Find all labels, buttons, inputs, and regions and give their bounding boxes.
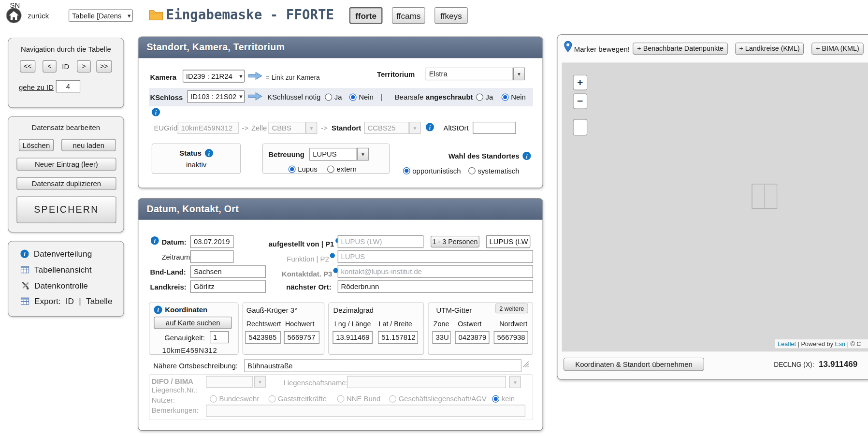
betreuung-input[interactable]: LUPUS bbox=[309, 148, 357, 160]
bearsafe-radio-nein[interactable]: Nein bbox=[502, 93, 526, 101]
kschluessel-radio-nein[interactable]: Nein bbox=[349, 93, 374, 101]
zelle-label: Zelle bbox=[251, 124, 267, 132]
info-icon[interactable] bbox=[151, 236, 159, 245]
ostwert-input[interactable]: 0423879 bbox=[455, 331, 490, 344]
nav-last-button[interactable]: >> bbox=[96, 60, 112, 73]
gauss-krueger-box: Gauß-Krüger 3° Rechtswert Hochwert 54239… bbox=[243, 302, 325, 355]
leaflet-link[interactable]: Leaflet bbox=[778, 340, 796, 347]
territorium-input[interactable]: Elstra bbox=[426, 68, 513, 80]
nav-next-button[interactable]: > bbox=[77, 60, 91, 73]
landkreise-kml-button[interactable]: + Landkreise (KML) bbox=[735, 43, 804, 55]
betreuung-radio-extern[interactable]: extern bbox=[327, 165, 357, 173]
map-canvas[interactable]: + − Leaflet | Powered by Esri | © C bbox=[562, 62, 868, 351]
app-tab-ffkeys[interactable]: ffkeys bbox=[434, 7, 468, 24]
info-icon[interactable] bbox=[522, 152, 531, 160]
table-select[interactable]: Tabelle [Datens bbox=[69, 9, 133, 21]
rechtswert-input[interactable]: 5423985 bbox=[245, 331, 280, 344]
esri-link[interactable]: Esri bbox=[835, 340, 845, 347]
benachbarte-datenpunkte-button[interactable]: + Benachbarte Datenpunkte bbox=[633, 43, 728, 55]
info-icon[interactable] bbox=[154, 305, 162, 314]
personen-button[interactable]: 1 - 3 Personen bbox=[431, 236, 479, 247]
ortsbeschreibung-input[interactable]: Bühnaustraße bbox=[244, 359, 521, 372]
info-icon[interactable] bbox=[152, 108, 160, 116]
nutzer-radio-geschaeftsliegenschaft: Geschäftsliegenschaft/AGV bbox=[389, 395, 487, 403]
home-button[interactable] bbox=[5, 7, 22, 24]
zeitraum-input[interactable] bbox=[190, 250, 233, 263]
betreuung-box: Betreuung LUPUS Lupus extern bbox=[262, 144, 390, 174]
lat-label: Lat / Breite bbox=[378, 320, 412, 328]
datum-panel-body: Datum: 03.07.2019 aufgestellt von | P1 L… bbox=[138, 220, 542, 432]
map-extra-control-button[interactable] bbox=[573, 119, 587, 135]
p1-select[interactable]: LUPUS (LW bbox=[486, 235, 531, 248]
info-icon[interactable] bbox=[426, 123, 434, 131]
grid-code-label: 10kmE459N312 bbox=[162, 346, 217, 354]
arrow-text: -> bbox=[242, 124, 249, 132]
bearsafe-radio-ja[interactable]: Ja bbox=[476, 93, 493, 101]
map-panel: Marker bewegen! + Benachbarte Datenpunkt… bbox=[557, 34, 868, 380]
resize-grip-icon[interactable] bbox=[522, 361, 529, 369]
lng-input[interactable]: 13.911469 bbox=[333, 331, 372, 344]
duplicate-button[interactable]: Datensatz duplizieren bbox=[16, 177, 116, 190]
zone-input[interactable]: 33U bbox=[433, 331, 451, 344]
status-box: Status inaktiv bbox=[152, 144, 241, 174]
kschloss-select[interactable]: ID103 : 21S02 bbox=[187, 90, 245, 103]
genauigkeit-input[interactable]: 1 bbox=[210, 331, 229, 343]
marker-hint-label: Marker bewegen! bbox=[574, 45, 630, 53]
zoom-out-button[interactable]: − bbox=[573, 94, 587, 109]
link-tabellenansicht[interactable]: Tabellenansicht bbox=[20, 265, 91, 274]
save-button[interactable]: SPEICHERN bbox=[16, 197, 116, 223]
export-id-link[interactable]: ID bbox=[66, 296, 74, 305]
radio-label: extern bbox=[336, 165, 356, 173]
landkreis-input[interactable]: Görlitz bbox=[190, 280, 266, 293]
reload-button[interactable]: neu laden bbox=[61, 139, 116, 151]
info-icon[interactable] bbox=[205, 149, 213, 157]
new-entry-button[interactable]: Neuer Eintrag (leer) bbox=[16, 158, 116, 170]
datum-label: Datum: bbox=[161, 238, 186, 247]
altstort-input[interactable] bbox=[473, 122, 516, 134]
export-label: Export: bbox=[34, 296, 60, 305]
karte-suchen-button[interactable]: auf Karte suchen bbox=[154, 317, 232, 329]
nordwert-input[interactable]: 5667938 bbox=[494, 331, 528, 344]
nav-first-button[interactable]: << bbox=[20, 60, 35, 73]
radio-icon bbox=[403, 167, 410, 174]
kontaktdat-label: Kontaktdat. P3 bbox=[282, 270, 332, 278]
delete-button[interactable]: Löschen bbox=[19, 139, 54, 151]
weitere-button[interactable]: 2 weitere bbox=[495, 304, 528, 314]
kschluessel-radio-ja[interactable]: Ja bbox=[325, 93, 342, 101]
p2-input[interactable]: LUPUS bbox=[338, 250, 533, 263]
lat-input[interactable]: 51.157812 bbox=[378, 331, 418, 344]
betreuung-dropdown-button[interactable] bbox=[357, 148, 369, 160]
zoom-in-button[interactable]: + bbox=[573, 75, 587, 90]
link-datenkontrolle[interactable]: Datenkontrolle bbox=[20, 281, 87, 290]
datum-input[interactable]: 03.07.2019 bbox=[190, 235, 233, 248]
info-icon[interactable] bbox=[330, 253, 335, 258]
kamera-select[interactable]: ID239 : 21R24 bbox=[183, 70, 245, 82]
ort-input[interactable]: Röderbrunn bbox=[338, 280, 533, 293]
lng-label: Lng / Länge bbox=[334, 320, 371, 328]
goto-id-input[interactable]: 4 bbox=[56, 80, 80, 92]
wahl-radio-systematisch[interactable]: systematisch bbox=[468, 167, 520, 175]
table-icon bbox=[20, 265, 29, 274]
nav-prev-button[interactable]: < bbox=[43, 60, 57, 73]
back-link[interactable]: zurück bbox=[28, 12, 49, 20]
goto-id-link[interactable]: gehe zu ID bbox=[19, 83, 54, 91]
export-table-link[interactable]: Tabelle bbox=[86, 296, 112, 305]
radio-icon bbox=[337, 395, 345, 403]
radio-label: Lupus bbox=[298, 165, 318, 173]
p3-input[interactable]: kontakt@lupus-institut.de bbox=[338, 265, 533, 278]
p1-input[interactable]: LUPUS (LW) bbox=[338, 235, 424, 248]
hochwert-input[interactable]: 5669757 bbox=[284, 331, 319, 344]
app-tab-ffcams[interactable]: ffcams bbox=[392, 7, 425, 24]
wahl-radio-opportunistisch[interactable]: opportunistisch bbox=[403, 167, 461, 175]
kschluessel-label: KSchlüssel nötig bbox=[267, 93, 320, 101]
attribution-text: | Powered by bbox=[796, 340, 835, 347]
bundesland-input[interactable]: Sachsen bbox=[190, 265, 266, 278]
link-datenverteilung[interactable]: Datenverteilung bbox=[20, 249, 92, 258]
bima-kml-button[interactable]: + BIMA (KML) bbox=[811, 43, 864, 55]
app-tab-fforte[interactable]: fforte bbox=[349, 7, 383, 24]
status-label: Status bbox=[179, 149, 202, 157]
koordinaten-uebernehmen-button[interactable]: Koordinaten & Standort übernehmen bbox=[564, 358, 704, 371]
territorium-dropdown-button[interactable] bbox=[513, 68, 525, 80]
betreuung-radio-lupus[interactable]: Lupus bbox=[289, 165, 318, 173]
radio-icon bbox=[289, 165, 296, 173]
